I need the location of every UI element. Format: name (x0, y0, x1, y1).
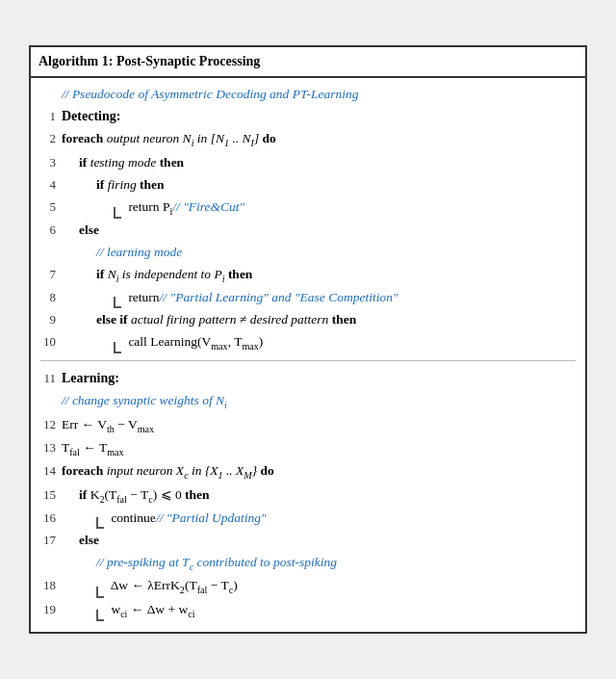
line-12-content: Err ← Vth − Vmax (62, 415, 576, 436)
line-num-6: 6 (40, 221, 62, 240)
line-7-content: if Ni is independent to Pi then (96, 265, 576, 286)
line-8-content: return// "Partial Learning" and "Ease Co… (114, 288, 576, 308)
comment-prespiking-text: // pre-spiking at Tc contributed to post… (96, 553, 576, 574)
line-14: 14 foreach input neuron Xc in {X1 .. XM}… (40, 460, 576, 483)
line-num-2: 2 (40, 129, 62, 148)
line-num-10: 10 (40, 332, 62, 352)
algorithm-number: Algorithm 1: (38, 54, 113, 68)
line-num-12: 12 (40, 415, 62, 434)
line-num-13: 13 (40, 438, 62, 457)
line-num-9: 9 (40, 310, 62, 329)
line-12: 12 Err ← Vth − Vmax (40, 414, 576, 437)
line-10-content: call Learning(Vmax, Tmax) (114, 332, 576, 353)
line-num-11: 11 (40, 369, 62, 388)
line-3: 3 if testing mode then (40, 152, 576, 174)
line-5: 5 return Pi// "Fire&Cut" (40, 196, 576, 220)
line-num-16: 16 (40, 509, 62, 528)
line-4-content: if firing then (96, 175, 576, 196)
line-1-content: Detecting: (62, 106, 576, 127)
comment-top-line: // Pseudocode of Asymmetric Decoding and… (40, 84, 576, 106)
line-18: 18 Δw ← λErrK2(Tfal − Tc) (40, 575, 576, 598)
line-19-content: wci ← Δw + wci (96, 600, 576, 621)
line-13: 13 Tfal ← Tmax (40, 437, 576, 460)
comment-prespiking-line: // pre-spiking at Tc contributed to post… (40, 552, 576, 575)
line-8: 8 return// "Partial Learning" and "Ease … (40, 287, 576, 309)
line-3-content: if testing mode then (79, 153, 576, 173)
line-4: 4 if firing then (40, 174, 576, 196)
line-2-content: foreach output neuron Ni in [N1 .. NI] d… (62, 129, 576, 150)
line-17-content: else (79, 531, 576, 551)
line-10: 10 call Learning(Vmax, Tmax) (40, 331, 576, 354)
line-11: 11 Learning: (40, 367, 576, 390)
algorithm-body: // Pseudocode of Asymmetric Decoding and… (31, 78, 585, 633)
line-9: 9 else if actual firing pattern ≠ desire… (40, 309, 576, 331)
line-num-18: 18 (40, 576, 62, 595)
line-19: 19 wci ← Δw + wci (40, 599, 576, 622)
line-18-content: Δw ← λErrK2(Tfal − Tc) (96, 576, 576, 597)
algorithm-name: Post-Synaptic Processing (116, 54, 260, 68)
line-17: 17 else (40, 530, 576, 552)
line-7: 7 if Ni is independent to Pi then (40, 264, 576, 287)
line-num-17: 17 (40, 531, 62, 550)
comment-synaptic-line: // change synaptic weights of Ni (40, 390, 576, 413)
line-14-content: foreach input neuron Xc in {X1 .. XM} do (62, 461, 576, 483)
line-15: 15 if K2(Tfal − Tc) ⩽ 0 then (40, 484, 576, 508)
line-1: 1 Detecting: (40, 105, 576, 128)
line-num-4: 4 (40, 175, 62, 195)
line-num-8: 8 (40, 288, 62, 307)
comment-synaptic-text: // change synaptic weights of Ni (62, 391, 576, 412)
line-13-content: Tfal ← Tmax (62, 438, 576, 459)
algorithm-title: Algorithm 1: Post-Synaptic Processing (31, 47, 585, 78)
line-num-3: 3 (40, 153, 62, 172)
line-9-content: else if actual firing pattern ≠ desired … (96, 310, 576, 330)
line-5-content: return Pi// "Fire&Cut" (114, 197, 576, 219)
comment-top-text: // Pseudocode of Asymmetric Decoding and… (62, 85, 576, 105)
line-num-1: 1 (40, 107, 62, 126)
comment-learning-text: // learning mode (96, 243, 576, 263)
line-num-5: 5 (40, 197, 62, 217)
line-15-content: if K2(Tfal − Tc) ⩽ 0 then (79, 485, 576, 507)
line-num-19: 19 (40, 600, 62, 619)
divider (40, 360, 576, 361)
line-2: 2 foreach output neuron Ni in [N1 .. NI]… (40, 128, 576, 151)
line-6: 6 else (40, 220, 576, 242)
line-6-content: else (79, 221, 576, 241)
line-11-content: Learning: (62, 368, 576, 389)
line-16-content: continue// "Partial Updating" (96, 509, 576, 529)
algorithm-container: Algorithm 1: Post-Synaptic Processing //… (29, 45, 587, 634)
line-16: 16 continue// "Partial Updating" (40, 508, 576, 530)
line-num-14: 14 (40, 461, 62, 481)
comment-learning-line: // learning mode (40, 242, 576, 264)
line-num-7: 7 (40, 265, 62, 284)
line-num-15: 15 (40, 485, 62, 505)
